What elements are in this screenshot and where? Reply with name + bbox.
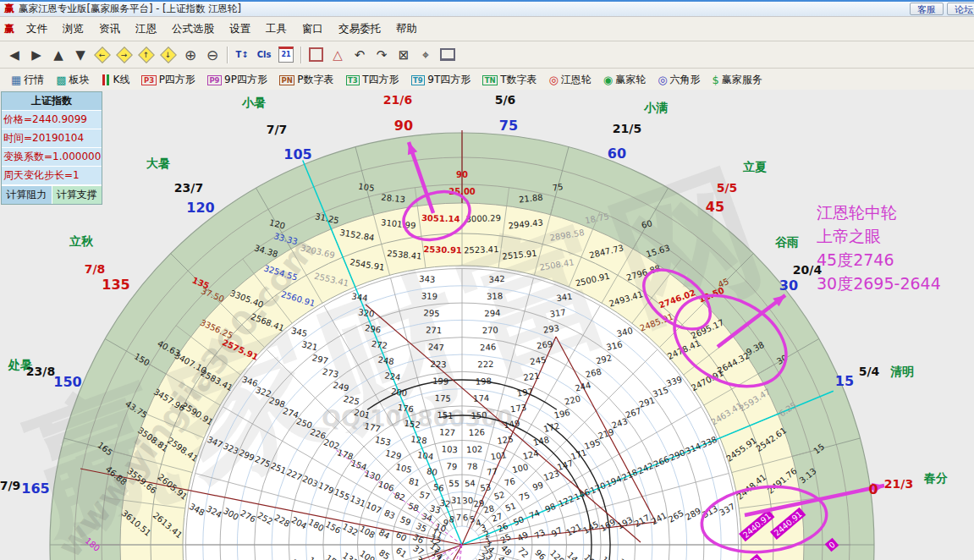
9p-square-icon: P9 (207, 75, 222, 85)
9t-square-icon: T9 (411, 75, 426, 85)
calc-resistance-button[interactable]: 计算阻力 (2, 185, 52, 204)
zoom-out-icon[interactable]: ⊖ (202, 45, 223, 65)
maximize-icon[interactable]: ⊠ (393, 45, 414, 65)
square-tool-icon[interactable] (305, 45, 326, 65)
svg-text:31: 31 (451, 496, 462, 506)
t-square-icon: T3 (346, 75, 360, 85)
toolbar-item-9p-square[interactable]: P99P四方形 (207, 73, 267, 87)
index-name: 上证指数 (2, 92, 102, 111)
annotation-line: 江恩轮中轮 (817, 200, 941, 224)
sectors-icon: ▩ (56, 74, 66, 85)
back-icon[interactable]: ◀ (4, 45, 25, 65)
toolbar-item-winner-service[interactable]: $赢家服务 (713, 73, 762, 87)
menu-item-资讯[interactable]: 资讯 (91, 19, 128, 39)
titlebar-buttons: 客服论坛 (908, 2, 974, 16)
up-icon[interactable]: ▲ (48, 45, 69, 65)
wheel-outer-label: 7/7 (267, 123, 288, 136)
titlebar-button-客服[interactable]: 客服 (910, 3, 944, 15)
svg-text:319: 319 (421, 291, 438, 301)
pan-left-icon[interactable]: ← (92, 45, 113, 65)
window-title: 赢家江恩专业版[赢家服务平台] - [上证指数 江恩轮] (19, 3, 241, 15)
menu-item-窗口[interactable]: 窗口 (294, 19, 331, 39)
pan-down-icon[interactable]: ↓ (158, 45, 179, 65)
rotate-cw-icon[interactable]: ↷ (371, 45, 392, 65)
titlebar-button-论坛[interactable]: 论坛 (947, 3, 974, 15)
wheel-outer-label: 90 (394, 118, 413, 134)
toolbar-item-gann-wheel[interactable]: ◎江恩轮 (549, 73, 592, 87)
menu-item-交易委托[interactable]: 交易委托 (331, 19, 388, 39)
scale-icon[interactable]: T↕ (232, 45, 252, 65)
menu-item-工具[interactable]: 工具 (258, 19, 294, 39)
hexagon-label: 六角形 (670, 73, 701, 87)
menu-logo-icon: 赢 (4, 22, 14, 36)
p-square-icon: P3 (141, 75, 156, 85)
calc-support-button[interactable]: 计算支撑 (52, 185, 102, 204)
toolbar-item-winner-wheel[interactable]: ◉赢家轮 (603, 73, 646, 87)
9p-square-label: 9P四方形 (224, 73, 267, 87)
app-logo-icon: 赢 (4, 2, 14, 16)
calendar-icon[interactable]: 21 (276, 45, 296, 65)
menu-item-浏览[interactable]: 浏览 (55, 19, 91, 39)
wheel-outer-label: 7/9 (0, 479, 20, 492)
svg-text:3051.14: 3051.14 (421, 213, 460, 223)
winner-service-label: 赢家服务 (722, 73, 762, 87)
menu-item-帮助[interactable]: 帮助 (388, 19, 425, 39)
svg-text:90: 90 (456, 170, 468, 179)
center-icon[interactable]: ⌖ (415, 45, 436, 65)
app-window: { "window": { "title": "赢家江恩专业版[赢家服务平台] … (0, 0, 974, 560)
rotate-ccw-icon[interactable]: ↶ (349, 45, 370, 65)
cls-button[interactable]: Cls (254, 45, 274, 65)
gann-wheel-icon: ◎ (549, 74, 559, 85)
feature-toolbar: ▦行情▩板块K线P3P四方形P99P四方形PNP数字表T3T四方形T99T四方形… (0, 69, 974, 92)
pan-right-icon[interactable]: → (114, 45, 135, 65)
toolbar-item-p-square[interactable]: P3P四方形 (141, 73, 195, 87)
menu-item-江恩[interactable]: 江恩 (128, 19, 164, 39)
svg-text:246: 246 (480, 343, 497, 353)
wheel-outer-label: 5/6 (495, 93, 516, 107)
menu-item-设置[interactable]: 设置 (222, 19, 258, 39)
wheel-outer-label: 15 (835, 373, 854, 389)
wheel-outer-label: 小暑 (241, 96, 266, 109)
down-icon[interactable]: ▼ (70, 45, 91, 65)
svg-text:295: 295 (423, 308, 440, 318)
main-toolbar: ◀▶▲▼←→↑↓⊕⊖T↕Cls21△↶↷⊠⌖ (0, 41, 974, 69)
svg-text:198: 198 (476, 376, 493, 387)
forward-icon[interactable]: ▶ (26, 45, 47, 65)
svg-text:79: 79 (446, 462, 457, 472)
toolbar-item-p-table[interactable]: PNP数字表 (279, 73, 334, 87)
wheel-outer-label: 120 (186, 200, 214, 216)
svg-text:271: 271 (426, 325, 443, 335)
hexagon-icon: ◎ (658, 74, 667, 85)
gann-wheel-chart[interactable]: 赢家财富网www.yingjia360.comQQ:10080036012345… (0, 90, 974, 560)
menu-item-公式选股[interactable]: 公式选股 (164, 19, 222, 39)
svg-text:342: 342 (488, 274, 505, 284)
wheel-outer-label: 清明 (890, 365, 914, 378)
toolbar-item-t-square[interactable]: T3T四方形 (346, 73, 399, 87)
wheel-outer-label: 150 (53, 374, 81, 390)
pan-up-icon[interactable]: ↑ (136, 45, 157, 65)
wheel-outer-label: 7/8 (85, 262, 106, 276)
gann-wheel-area[interactable]: 赢家财富网www.yingjia360.comQQ:10080036012345… (0, 90, 974, 560)
toolbar-item-hexagon[interactable]: ◎六角形 (658, 73, 700, 87)
svg-text:6: 6 (463, 513, 469, 522)
time-row: 时间=20190104 (2, 129, 102, 148)
svg-text:175: 175 (435, 393, 452, 404)
screen-icon[interactable] (437, 45, 458, 65)
kline-label: K线 (113, 73, 130, 87)
zoom-in-icon[interactable]: ⊕ (180, 45, 201, 65)
menu-item-文件[interactable]: 文件 (19, 19, 55, 39)
quotes-label: 行情 (24, 73, 44, 87)
menu-bar: 赢 文件浏览资讯江恩公式选股设置工具窗口交易委托帮助 (0, 17, 974, 41)
title-bar[interactable]: 赢 赢家江恩专业版[赢家服务平台] - [上证指数 江恩轮] 客服论坛 (0, 2, 974, 17)
toolbar-item-t-table[interactable]: TNT数字表 (482, 73, 537, 87)
svg-text:3000.29: 3000.29 (465, 213, 501, 223)
triangle-tool-icon[interactable]: △ (327, 45, 348, 65)
toolbar-item-kline[interactable]: K线 (102, 73, 130, 87)
svg-text:103: 103 (441, 444, 458, 454)
svg-text:174: 174 (473, 393, 490, 404)
toolbar-item-sectors[interactable]: ▩板块 (56, 73, 89, 87)
9t-square-label: 9T四方形 (427, 73, 470, 87)
toolbar-item-quotes[interactable]: ▦行情 (11, 73, 44, 87)
winner-wheel-icon: ◉ (603, 74, 613, 85)
toolbar-item-9t-square[interactable]: T99T四方形 (411, 73, 471, 87)
